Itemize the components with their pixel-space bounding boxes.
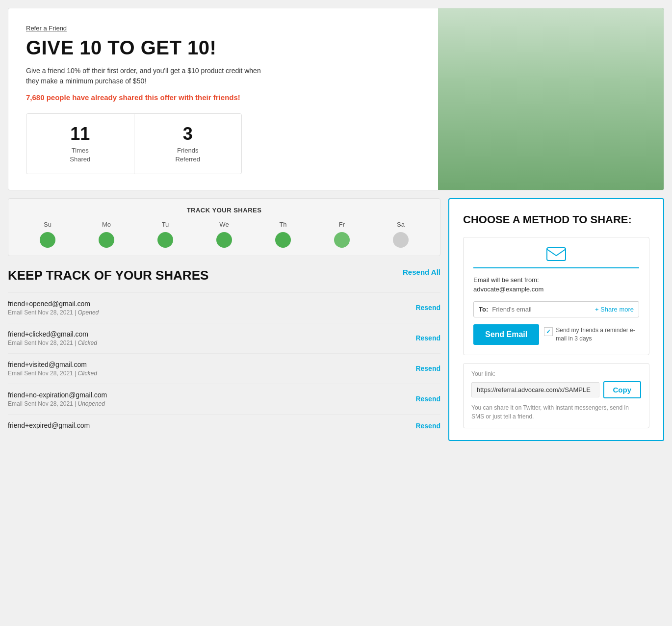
link-box: Your link: https://referral.advocare.com… xyxy=(463,363,649,428)
friend-email-0: friend+opened@gmail.com xyxy=(8,300,99,308)
day-dot-mo xyxy=(99,232,114,248)
link-hint: You can share it on Twitter, with instan… xyxy=(471,403,641,421)
day-dot-th xyxy=(275,232,291,248)
friend-email-1: friend+clicked@gmail.com xyxy=(8,330,97,338)
track-shares-box: TRACK YOUR SHARES Su Mo Tu xyxy=(8,198,440,256)
friend-status-0: Email Sent Nov 28, 2021 | Opened xyxy=(8,309,99,316)
day-dot-we xyxy=(216,232,232,248)
email-to-input[interactable] xyxy=(492,306,595,313)
friend-info-2: friend+visited@gmail.com Email Sent Nov … xyxy=(8,361,97,377)
svg-point-3 xyxy=(625,8,664,99)
reminder-checkbox[interactable] xyxy=(544,327,553,336)
refer-link[interactable]: Refer a Friend xyxy=(26,25,67,32)
day-dot-fr xyxy=(334,232,350,248)
stats-box: 11 TimesShared 3 FriendsReferred xyxy=(26,113,242,174)
day-friday: Fr xyxy=(334,221,350,248)
times-shared-label: TimesShared xyxy=(38,146,122,164)
friend-status-2: Email Sent Nov 28, 2021 | Clicked xyxy=(8,370,97,377)
svg-rect-12 xyxy=(561,73,645,190)
email-method-box: Email will be sent from: advocate@exampl… xyxy=(463,237,649,355)
email-to-label: To: xyxy=(479,306,488,313)
friend-status-3: Email Sent Nov 28, 2021 | Unopened xyxy=(8,400,107,407)
friend-info-4: friend+expired@gmail.com xyxy=(8,421,90,431)
friend-email-3: friend+no-expiration@gmail.com xyxy=(8,391,107,399)
svg-rect-15 xyxy=(632,112,650,148)
link-row: https://referral.advocare.com/x/SAMPLE C… xyxy=(471,381,641,398)
share-more-link[interactable]: + Share more xyxy=(595,306,634,313)
shares-header: KEEP TRACK OF YOUR SHARES Resend All xyxy=(8,268,440,283)
email-tab-divider xyxy=(473,267,639,268)
friend-email-2: friend+visited@gmail.com xyxy=(8,361,97,368)
day-wednesday: We xyxy=(216,221,232,248)
svg-point-2 xyxy=(438,18,473,103)
friend-item-4: friend+expired@gmail.com Resend xyxy=(8,414,440,438)
svg-point-4 xyxy=(609,31,661,103)
sub-description: Give a friend 10% off their first order,… xyxy=(26,66,261,86)
svg-point-14 xyxy=(573,36,633,62)
resend-button-3[interactable]: Resend xyxy=(415,395,440,403)
day-label-mo: Mo xyxy=(102,221,111,228)
friend-list: friend+opened@gmail.com Email Sent Nov 2… xyxy=(8,292,440,438)
day-dot-su xyxy=(40,232,55,248)
resend-button-4[interactable]: Resend xyxy=(415,422,440,430)
reminder-check-area: Send my friends a reminder e-mail in 3 d… xyxy=(544,326,639,343)
hero-image xyxy=(438,8,664,190)
bottom-section: TRACK YOUR SHARES Su Mo Tu xyxy=(8,198,664,441)
day-tuesday: Tu xyxy=(157,221,173,248)
times-shared-stat: 11 TimesShared xyxy=(26,114,134,174)
day-dot-sa xyxy=(393,232,409,248)
copy-button[interactable]: Copy xyxy=(603,381,642,398)
svg-point-5 xyxy=(457,38,502,103)
main-headline: GIVE 10 TO GET 10! xyxy=(26,37,420,59)
svg-rect-18 xyxy=(547,248,566,261)
email-icon-row xyxy=(473,247,639,262)
email-to-row[interactable]: To: + Share more xyxy=(473,301,639,317)
day-dot-tu xyxy=(157,232,173,248)
friend-item-0: friend+opened@gmail.com Email Sent Nov 2… xyxy=(8,292,440,323)
bottom-left: TRACK YOUR SHARES Su Mo Tu xyxy=(8,198,440,437)
svg-rect-0 xyxy=(438,8,664,190)
friend-email-4: friend+expired@gmail.com xyxy=(8,421,90,429)
friend-info-1: friend+clicked@gmail.com Email Sent Nov … xyxy=(8,330,97,346)
svg-rect-7 xyxy=(470,86,548,190)
day-label-we: We xyxy=(219,221,229,228)
svg-point-10 xyxy=(479,54,499,106)
link-label: Your link: xyxy=(471,370,641,377)
day-monday: Mo xyxy=(99,221,114,248)
day-label-fr: Fr xyxy=(339,221,345,228)
send-email-button[interactable]: Send Email xyxy=(473,324,539,345)
days-row: Su Mo Tu We xyxy=(18,221,430,248)
resend-button-1[interactable]: Resend xyxy=(415,334,440,342)
svg-rect-6 xyxy=(438,138,664,190)
day-label-tu: Tu xyxy=(162,221,169,228)
top-section: Refer a Friend GIVE 10 TO GET 10! Give a… xyxy=(8,8,664,190)
svg-rect-1 xyxy=(438,8,664,112)
email-icon xyxy=(546,247,566,261)
day-label-th: Th xyxy=(279,221,286,228)
social-proof: 7,680 people have already shared this of… xyxy=(26,93,420,102)
svg-point-8 xyxy=(481,49,536,104)
email-from-info: Email will be sent from: advocate@exampl… xyxy=(473,275,639,294)
resend-all-button[interactable]: Resend All xyxy=(403,268,440,276)
svg-point-9 xyxy=(481,46,536,85)
resend-button-0[interactable]: Resend xyxy=(415,304,440,312)
svg-rect-16 xyxy=(634,109,648,115)
send-row: Send Email Send my friends a reminder e-… xyxy=(473,324,639,345)
friend-status-1: Email Sent Nov 28, 2021 | Clicked xyxy=(8,339,97,346)
top-left-content: Refer a Friend GIVE 10 TO GET 10! Give a… xyxy=(8,8,438,190)
day-thursday: Th xyxy=(275,221,291,248)
svg-point-11 xyxy=(518,54,538,106)
svg-rect-17 xyxy=(641,103,643,119)
day-label-su: Su xyxy=(44,221,52,228)
friends-referred-number: 3 xyxy=(146,124,230,144)
friend-info-0: friend+opened@gmail.com Email Sent Nov 2… xyxy=(8,300,99,316)
reminder-text: Send my friends a reminder e-mail in 3 d… xyxy=(556,326,639,343)
link-url-display: https://referral.advocare.com/x/SAMPLE xyxy=(471,382,599,397)
friends-referred-label: FriendsReferred xyxy=(146,146,230,164)
friend-info-3: friend+no-expiration@gmail.com Email Sen… xyxy=(8,391,107,407)
svg-point-13 xyxy=(573,34,633,94)
day-sunday: Su xyxy=(40,221,55,248)
resend-button-2[interactable]: Resend xyxy=(415,365,440,372)
shares-title: KEEP TRACK OF YOUR SHARES xyxy=(8,268,208,283)
friends-referred-stat: 3 FriendsReferred xyxy=(134,114,242,174)
